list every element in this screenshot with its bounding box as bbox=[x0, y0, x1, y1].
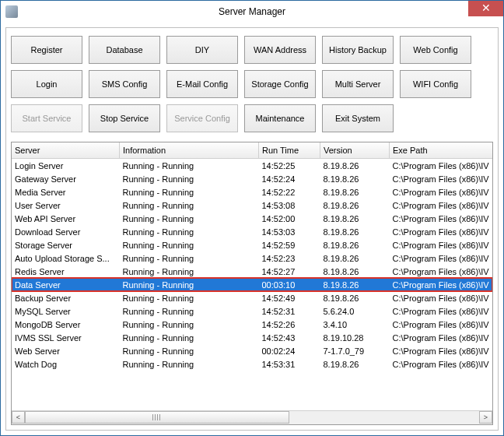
cell-exepath: C:\Program Files (x86)\IV bbox=[390, 357, 493, 371]
cell-version: 8.19.8.26 bbox=[320, 278, 390, 291]
cell-server: Login Server bbox=[12, 159, 120, 173]
cell-runtime: 14:52:24 bbox=[259, 172, 320, 185]
cell-version: 8.19.8.26 bbox=[320, 212, 390, 225]
stop-service-button[interactable]: Stop Service bbox=[89, 104, 160, 132]
register-button[interactable]: Register bbox=[11, 36, 82, 64]
table-header-row: ServerInformationRun TimeVersionExe Path bbox=[12, 142, 492, 159]
table-row[interactable]: Login ServerRunning - Running14:52:258.1… bbox=[12, 159, 492, 173]
cell-runtime: 00:02:24 bbox=[259, 344, 320, 357]
cell-server: Auto Upload Storage S... bbox=[12, 251, 120, 265]
cell-runtime: 14:52:27 bbox=[259, 265, 320, 278]
cell-exepath: C:\Program Files (x86)\IV bbox=[390, 331, 493, 344]
table-row[interactable]: Backup ServerRunning - Running14:52:498.… bbox=[12, 291, 492, 304]
cell-runtime: 00:03:10 bbox=[259, 278, 320, 291]
e-mail-config-button[interactable]: E-Mail Config bbox=[166, 70, 238, 98]
web-config-button[interactable]: Web Config bbox=[400, 36, 471, 64]
table-row[interactable]: MongoDB ServerRunning - Running14:52:263… bbox=[12, 318, 492, 331]
table-row[interactable]: User ServerRunning - Running14:53:088.19… bbox=[12, 199, 492, 212]
table-row[interactable]: Web ServerRunning - Running00:02:247-1.7… bbox=[12, 344, 492, 357]
server-grid: ServerInformationRun TimeVersionExe Path… bbox=[11, 142, 493, 425]
cell-version: 5.6.24.0 bbox=[320, 304, 390, 318]
cell-version: 8.19.8.26 bbox=[320, 238, 390, 251]
cell-server: Watch Dog bbox=[12, 357, 120, 371]
cell-exepath: C:\Program Files (x86)\IV bbox=[390, 199, 493, 212]
cell-runtime: 14:52:23 bbox=[259, 251, 320, 265]
server-manager-window: Server Manager ✕ RegisterDatabaseDIYWAN … bbox=[0, 0, 504, 436]
cell-runtime: 14:52:22 bbox=[259, 185, 320, 199]
diy-button[interactable]: DIY bbox=[166, 36, 238, 64]
table-row[interactable]: Data ServerRunning - Running00:03:108.19… bbox=[12, 278, 492, 291]
button-row-3: Start ServiceStop ServiceService ConfigM… bbox=[11, 104, 493, 132]
cell-version: 8.19.8.26 bbox=[320, 172, 390, 185]
column-header-exepath[interactable]: Exe Path bbox=[390, 142, 493, 159]
cell-information: Running - Running bbox=[120, 159, 259, 173]
cell-server: Storage Server bbox=[12, 238, 120, 251]
column-header-runtime[interactable]: Run Time bbox=[259, 142, 320, 159]
cell-runtime: 14:52:26 bbox=[259, 318, 320, 331]
cell-server: Web API Server bbox=[12, 212, 120, 225]
cell-version: 3.4.10 bbox=[320, 318, 390, 331]
table-row[interactable]: Storage ServerRunning - Running14:52:598… bbox=[12, 238, 492, 251]
cell-runtime: 14:52:31 bbox=[259, 304, 320, 318]
cell-exepath: C:\Program Files (x86)\IV bbox=[390, 172, 493, 185]
wifi-config-button[interactable]: WIFI Config bbox=[400, 70, 471, 98]
table-row[interactable]: MySQL ServerRunning - Running14:52:315.6… bbox=[12, 304, 492, 318]
history-backup-button[interactable]: History Backup bbox=[322, 36, 394, 64]
cell-information: Running - Running bbox=[120, 251, 259, 265]
table-row[interactable]: Auto Upload Storage S...Running - Runnin… bbox=[12, 251, 492, 265]
table-row[interactable]: Gateway ServerRunning - Running14:52:248… bbox=[12, 172, 492, 185]
cell-version: 8.19.8.26 bbox=[320, 291, 390, 304]
cell-server: Data Server bbox=[12, 278, 120, 291]
cell-exepath: C:\Program Files (x86)\IV bbox=[390, 238, 493, 251]
cell-runtime: 14:53:03 bbox=[259, 225, 320, 238]
scroll-thumb[interactable] bbox=[25, 411, 289, 424]
grid-viewport: ServerInformationRun TimeVersionExe Path… bbox=[12, 142, 492, 410]
toolbar: RegisterDatabaseDIYWAN AddressHistory Ba… bbox=[11, 36, 493, 132]
multi-server-button[interactable]: Multi Server bbox=[322, 70, 394, 98]
cell-version: 8.19.8.26 bbox=[320, 357, 390, 371]
cell-information: Running - Running bbox=[120, 238, 259, 251]
horizontal-scrollbar[interactable]: < > bbox=[12, 410, 492, 424]
cell-version: 8.19.10.28 bbox=[320, 331, 390, 344]
server-table[interactable]: ServerInformationRun TimeVersionExe Path… bbox=[12, 142, 492, 371]
cell-information: Running - Running bbox=[120, 172, 259, 185]
column-header-version[interactable]: Version bbox=[320, 142, 390, 159]
table-row[interactable]: Watch DogRunning - Running14:53:318.19.8… bbox=[12, 357, 492, 371]
cell-information: Running - Running bbox=[120, 225, 259, 238]
cell-information: Running - Running bbox=[120, 212, 259, 225]
cell-exepath: C:\Program Files (x86)\IV bbox=[390, 251, 493, 265]
table-row[interactable]: Redis ServerRunning - Running14:52:278.1… bbox=[12, 265, 492, 278]
database-button[interactable]: Database bbox=[89, 36, 160, 64]
close-button[interactable]: ✕ bbox=[468, 1, 503, 16]
column-header-server[interactable]: Server bbox=[12, 142, 120, 159]
table-row[interactable]: Media ServerRunning - Running14:52:228.1… bbox=[12, 185, 492, 199]
cell-server: Web Server bbox=[12, 344, 120, 357]
cell-server: Download Server bbox=[12, 225, 120, 238]
cell-version: 8.19.8.26 bbox=[320, 265, 390, 278]
column-header-information[interactable]: Information bbox=[120, 142, 259, 159]
login-button[interactable]: Login bbox=[11, 70, 82, 98]
cell-exepath: C:\Program Files (x86)\IV bbox=[390, 225, 493, 238]
storage-config-button[interactable]: Storage Config bbox=[244, 70, 316, 98]
cell-runtime: 14:52:59 bbox=[259, 238, 320, 251]
cell-version: 8.19.8.26 bbox=[320, 225, 390, 238]
scroll-left-button[interactable]: < bbox=[12, 411, 25, 424]
main-panel: RegisterDatabaseDIYWAN AddressHistory Ba… bbox=[5, 27, 499, 431]
exit-system-button[interactable]: Exit System bbox=[322, 104, 394, 132]
cell-information: Running - Running bbox=[120, 344, 259, 357]
scroll-right-button[interactable]: > bbox=[479, 411, 492, 424]
table-row[interactable]: Download ServerRunning - Running14:53:03… bbox=[12, 225, 492, 238]
cell-runtime: 14:52:25 bbox=[259, 159, 320, 173]
cell-exepath: C:\Program Files (x86)\IV bbox=[390, 344, 493, 357]
cell-runtime: 14:52:00 bbox=[259, 212, 320, 225]
table-row[interactable]: IVMS SSL ServerRunning - Running14:52:43… bbox=[12, 331, 492, 344]
table-row[interactable]: Web API ServerRunning - Running14:52:008… bbox=[12, 212, 492, 225]
maintenance-button[interactable]: Maintenance bbox=[244, 104, 316, 132]
sms-config-button[interactable]: SMS Config bbox=[89, 70, 160, 98]
cell-server: MySQL Server bbox=[12, 304, 120, 318]
cell-exepath: C:\Program Files (x86)\IV bbox=[390, 318, 493, 331]
wan-address-button[interactable]: WAN Address bbox=[244, 36, 316, 64]
cell-server: MongoDB Server bbox=[12, 318, 120, 331]
cell-exepath: C:\Program Files (x86)\IV bbox=[390, 159, 493, 173]
cell-runtime: 14:53:08 bbox=[259, 199, 320, 212]
